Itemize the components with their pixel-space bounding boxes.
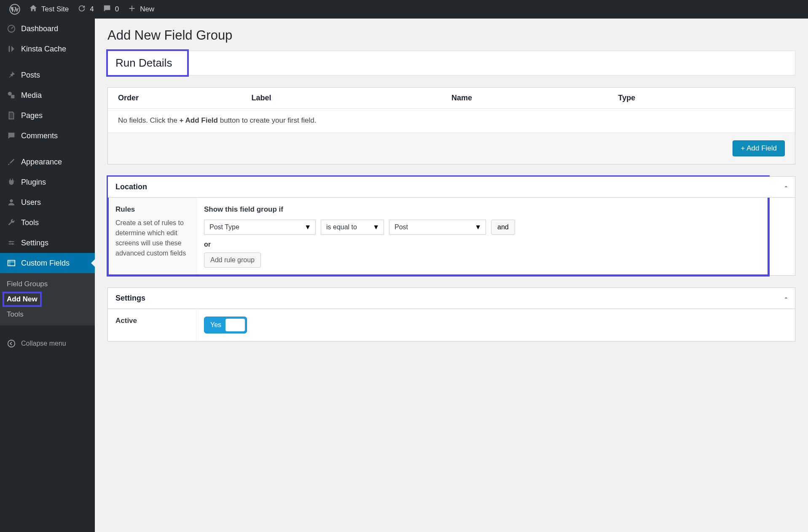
caret-down-icon: ▼ (304, 223, 311, 231)
wrench-icon (6, 217, 17, 228)
new-label: New (140, 5, 154, 13)
rule-param-value: Post Type (209, 223, 239, 231)
media-icon (6, 90, 17, 101)
menu-label: Custom Fields (21, 259, 70, 268)
update-icon (77, 4, 86, 15)
menu-label: Tools (21, 218, 39, 227)
menu-posts[interactable]: Posts (0, 65, 95, 85)
rule-operator-value: is equal to (326, 223, 357, 231)
collapse-label: Collapse menu (21, 340, 66, 347)
menu-users[interactable]: Users (0, 192, 95, 212)
panel-toggle[interactable] (783, 294, 789, 303)
menu-media[interactable]: Media (0, 85, 95, 105)
rules-description: Create a set of rules to determine which… (115, 218, 188, 258)
menu-label: Plugins (21, 178, 46, 187)
menu-label: Appearance (21, 158, 62, 167)
menu-label: Settings (21, 239, 48, 247)
fields-panel: Order Label Name Type No fields. Click t… (107, 87, 795, 164)
submenu-custom-fields: Field Groups Add New Tools (0, 273, 95, 325)
add-field-button[interactable]: + Add Field (733, 140, 785, 156)
submenu-tools[interactable]: Tools (0, 307, 95, 322)
collapse-menu[interactable]: Collapse menu (0, 332, 95, 355)
svg-point-4 (9, 241, 11, 242)
comments-link[interactable]: 0 (98, 0, 123, 19)
active-control: Yes (196, 309, 795, 341)
menu-kinsta-cache[interactable]: Kinsta Cache (0, 39, 95, 59)
new-link[interactable]: New (123, 0, 158, 19)
svg-point-5 (12, 243, 13, 245)
submenu-field-groups[interactable]: Field Groups (0, 277, 95, 292)
caret-down-icon: ▼ (475, 223, 481, 231)
add-and-rule-button[interactable]: and (491, 220, 515, 235)
settings-body: Active Yes (108, 309, 795, 341)
empty-suffix: button to create your first field. (218, 116, 316, 124)
menu-label: Media (21, 91, 42, 100)
menu-pages[interactable]: Pages (0, 105, 95, 126)
plug-icon (6, 177, 17, 188)
submenu-add-new[interactable]: Add New (3, 293, 41, 306)
kinsta-icon (6, 43, 17, 54)
updates-count: 4 (90, 5, 94, 13)
menu-tools[interactable]: Tools (0, 212, 95, 233)
rule-operator-select[interactable]: is equal to ▼ (321, 220, 384, 235)
title-input-wrap (107, 51, 795, 75)
admin-menu: Dashboard Kinsta Cache Posts Media Pages… (0, 19, 95, 532)
wordpress-icon (9, 4, 20, 15)
brush-icon (6, 156, 17, 167)
menu-label: Pages (21, 111, 43, 120)
rule-param-select[interactable]: Post Type ▼ (204, 220, 316, 235)
pages-icon (6, 110, 17, 121)
location-panel-header: Location (108, 177, 795, 198)
menu-label: Kinsta Cache (21, 45, 66, 54)
col-order: Order (118, 94, 251, 102)
svg-rect-6 (8, 261, 15, 266)
comment-icon (6, 130, 17, 141)
location-sidebar: Rules Create a set of rules to determine… (108, 198, 196, 275)
page-title: Add New Field Group (107, 28, 795, 43)
panel-toggle[interactable] (783, 183, 789, 191)
menu-comments[interactable]: Comments (0, 126, 95, 146)
pin-icon (6, 70, 17, 81)
menu-appearance[interactable]: Appearance (0, 152, 95, 172)
location-panel: Location Rules Create a set of rules to … (107, 176, 795, 276)
empty-strong: + Add Field (180, 116, 218, 124)
svg-point-0 (10, 4, 19, 14)
svg-point-3 (10, 199, 13, 202)
chevron-up-icon (783, 183, 789, 189)
toggle-knob (225, 319, 245, 331)
add-rule-group-button[interactable]: Add rule group (204, 253, 261, 268)
custom-fields-icon (6, 258, 17, 269)
dashboard-icon (6, 23, 17, 34)
wordpress-logo[interactable] (5, 0, 24, 19)
fields-panel-footer: + Add Field (108, 133, 795, 164)
chevron-up-icon (783, 295, 789, 301)
active-label: Active (108, 309, 196, 341)
col-name: Name (451, 94, 618, 102)
col-label: Label (251, 94, 451, 102)
fields-table-header: Order Label Name Type (108, 88, 795, 109)
menu-label: Posts (21, 71, 40, 80)
show-if-label: Show this field group if (204, 205, 787, 214)
admin-bar: Test Site 4 0 New (0, 0, 808, 19)
settings-icon (6, 237, 17, 248)
menu-label: Comments (21, 132, 58, 140)
users-icon (6, 197, 17, 208)
location-rules: Show this field group if Post Type ▼ is … (196, 198, 795, 275)
menu-custom-fields[interactable]: Custom Fields (0, 253, 95, 273)
no-fields-message: No fields. Click the + Add Field button … (108, 109, 795, 133)
menu-plugins[interactable]: Plugins (0, 172, 95, 192)
menu-dashboard[interactable]: Dashboard (0, 19, 95, 39)
home-icon (29, 4, 38, 15)
toggle-label: Yes (206, 319, 225, 331)
active-toggle[interactable]: Yes (204, 317, 247, 333)
menu-label: Dashboard (21, 24, 58, 33)
field-group-title-input[interactable] (110, 55, 792, 71)
site-link[interactable]: Test Site (24, 0, 73, 19)
page-content: Add New Field Group Order Label Name Typ… (95, 19, 808, 532)
rule-value-value: Post (395, 223, 408, 231)
settings-title: Settings (115, 294, 145, 302)
updates-link[interactable]: 4 (73, 0, 98, 19)
svg-point-7 (8, 340, 15, 347)
menu-settings[interactable]: Settings (0, 233, 95, 253)
rule-value-select[interactable]: Post ▼ (389, 220, 486, 235)
